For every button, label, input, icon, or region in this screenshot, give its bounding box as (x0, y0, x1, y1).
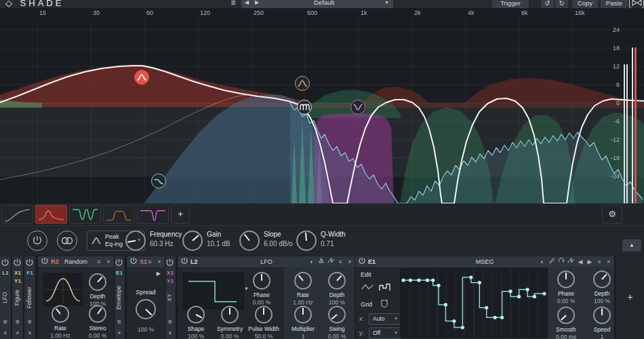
stereo-link-icon (61, 237, 73, 245)
node-lowpass[interactable] (151, 174, 166, 188)
redo-button[interactable]: ↻ (555, 0, 568, 8)
lfo-panel: L2LFO×≡◐▼Phase0.00 %Shape100 %Symmetry0.… (177, 256, 356, 339)
prev-icon[interactable]: ◀ (576, 256, 584, 267)
band-tab-3[interactable] (69, 205, 101, 224)
strip-menu-icon[interactable]: ≡ (12, 318, 23, 325)
add-band-button[interactable]: + (171, 205, 190, 224)
preset-group: ◀▶Default▼ (241, 0, 393, 8)
contrast-icon[interactable]: ◐ (308, 256, 316, 267)
q-width-knob[interactable] (296, 231, 317, 251)
band-power-button[interactable] (27, 231, 47, 251)
power-button[interactable] (129, 257, 138, 268)
x-snap-select[interactable]: Auto▼ (369, 313, 401, 325)
mseg-graph[interactable] (400, 268, 548, 338)
step-edit-icon[interactable] (378, 282, 392, 293)
band-tab-2[interactable] (35, 205, 67, 224)
snap-magnet-icon[interactable] (380, 299, 389, 310)
stereo-knob[interactable] (89, 305, 106, 323)
strip-close-icon[interactable]: × (0, 330, 11, 336)
band-tab-5[interactable] (137, 205, 169, 224)
power-icon (1, 258, 9, 267)
knob-indicator (336, 275, 342, 281)
phase-knob[interactable] (253, 272, 270, 290)
undo-button[interactable]: ↺ (541, 0, 554, 8)
spread-label: Spread (127, 289, 165, 296)
slope-knob[interactable] (239, 231, 260, 251)
line-edit-icon[interactable] (361, 282, 374, 293)
main-menu-icon[interactable]: ≡ (228, 0, 239, 8)
depth-knob[interactable] (89, 273, 106, 291)
speed-knob[interactable] (593, 306, 611, 324)
collapse-panel-button[interactable]: ▲ (622, 239, 641, 252)
expand-arrow-icon[interactable]: ▶ (157, 271, 161, 277)
frequency-knob[interactable] (125, 231, 146, 251)
rate-knob[interactable] (294, 272, 312, 290)
freq-tick-label: 30 (93, 9, 100, 16)
output-meter-right (632, 47, 633, 203)
strip-menu-icon[interactable]: ≡ (0, 318, 11, 325)
modulators-section: L1LFO≡×X1Y1Figure≡×F1Follower≡×E1Envelop… (0, 256, 644, 339)
slope-value: 6.00 dB/o (264, 240, 293, 247)
trigger-icon[interactable] (317, 256, 325, 267)
eq-display[interactable]: 1530601202505001k2k4k8k16k24181260-6-12-… (0, 8, 644, 203)
multiplier-knob[interactable] (294, 306, 312, 323)
pulse-width-knob[interactable] (255, 306, 273, 323)
symmetry-knob[interactable] (221, 306, 239, 323)
power-button[interactable] (1, 258, 9, 268)
modulator-id: Y1 (12, 278, 23, 284)
power-icon (32, 235, 43, 246)
menu-icon[interactable]: ≡ (95, 256, 103, 267)
depth-knob[interactable] (593, 271, 611, 288)
band-stereo-link-button[interactable] (57, 231, 77, 251)
next-icon[interactable]: ▶ (586, 256, 594, 267)
copy-button[interactable]: Copy (572, 0, 598, 8)
strip-x1y1-figure[interactable]: X1Y1Figure≡× (12, 256, 24, 339)
power-button[interactable] (165, 258, 174, 268)
power-button[interactable] (25, 258, 34, 268)
display-settings-button[interactable]: ⚙ (602, 205, 622, 224)
node-peak-outline[interactable] (295, 76, 310, 91)
freq-tick-label: 120 (200, 9, 210, 16)
strip-l1-lfo[interactable]: L1LFO≡× (0, 256, 12, 339)
menu-icon[interactable]: ≡ (595, 256, 603, 267)
band-tab-1[interactable] (1, 205, 33, 224)
rate-knob[interactable] (52, 305, 69, 323)
strip-menu-icon[interactable]: ≡ (165, 318, 176, 325)
menu-icon[interactable]: ≡ (146, 256, 154, 267)
power-button[interactable] (115, 258, 123, 268)
contrast-icon[interactable]: ◐ (538, 256, 546, 267)
swing-knob[interactable] (328, 306, 346, 323)
paste-button[interactable]: Paste (601, 0, 628, 8)
shape-knob[interactable] (187, 306, 205, 323)
trigger-button[interactable]: Trigger (492, 0, 529, 8)
strip-close-icon[interactable]: × (12, 330, 23, 336)
loop-icon[interactable] (557, 256, 565, 267)
depth-knob[interactable] (328, 272, 346, 290)
wave-select-arrow-icon[interactable]: ▼ (244, 286, 249, 291)
grid-label: Grid (361, 301, 372, 308)
trigger-icon (318, 257, 325, 264)
saw-icon[interactable] (567, 256, 575, 267)
spread-knob[interactable] (136, 299, 156, 319)
draw-icon[interactable] (548, 256, 556, 267)
mseg-panel: E1MSEG×≡▶◀◐EditGridx:Auto▼y:Off▼Phase0.0… (355, 256, 615, 339)
menu-icon[interactable]: ≡ (336, 256, 344, 267)
close-icon[interactable]: × (605, 256, 613, 267)
y-snap-select[interactable]: Off▼ (369, 327, 401, 339)
add-modulator-button[interactable]: + (615, 256, 644, 339)
phase-knob[interactable] (557, 271, 575, 288)
output-meter-left (626, 64, 628, 203)
smooth-knob[interactable] (557, 306, 575, 324)
close-icon[interactable]: × (346, 256, 354, 267)
band-tab-4[interactable] (103, 205, 135, 224)
close-icon[interactable]: × (104, 256, 113, 267)
node-notch[interactable] (350, 100, 365, 115)
gain-knob[interactable] (182, 231, 203, 251)
power-button[interactable] (13, 258, 22, 268)
band-controls-row: PeakEq-ing▼Frequency60.3 HzGain10.1 dBSl… (0, 225, 644, 256)
node-comb[interactable] (297, 100, 312, 115)
saw-icon[interactable] (327, 256, 335, 267)
node-peak-filled[interactable] (134, 70, 149, 85)
close-icon[interactable]: × (155, 256, 163, 267)
output-meter-right-clip (635, 47, 637, 203)
